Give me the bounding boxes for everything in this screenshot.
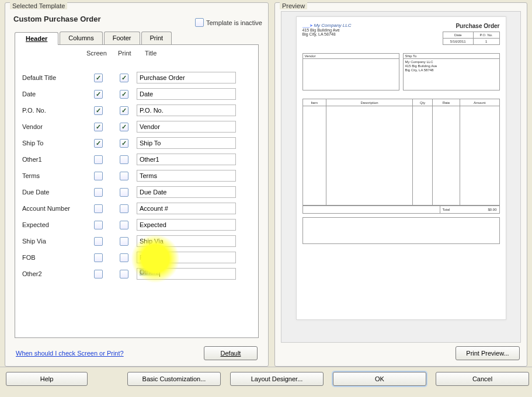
- header-row: Default Title: [22, 69, 251, 86]
- screen-checkbox[interactable]: [94, 139, 103, 148]
- print-checkbox[interactable]: [120, 204, 128, 213]
- row-label: Vendor: [22, 123, 85, 130]
- screen-checkbox[interactable]: [94, 74, 103, 82]
- preview-shipto-box: Ship To My Company LLC415 Big Building A…: [403, 53, 500, 90]
- preview-item-cell: [432, 106, 460, 206]
- row-label: Expected: [22, 221, 85, 228]
- header-row: Other1: [22, 151, 251, 168]
- layout-designer-button[interactable]: Layout Designer...: [230, 372, 324, 386]
- preview-meta-date-label: Date: [443, 32, 473, 39]
- tab-print[interactable]: Print: [141, 32, 172, 44]
- print-checkbox[interactable]: [120, 253, 128, 262]
- preview-notes-box: [302, 217, 500, 244]
- screen-checkbox[interactable]: [94, 106, 103, 115]
- preview-doc-title: Purchase Order: [443, 23, 500, 29]
- print-checkbox[interactable]: [120, 90, 128, 99]
- row-label: Terms: [22, 172, 85, 179]
- title-input[interactable]: [137, 219, 236, 231]
- screen-checkbox[interactable]: [94, 204, 103, 213]
- preview-pane: Preview ⎯⎯⎯➤ My Company LLC 415 Big Buil…: [274, 2, 527, 367]
- header-row: Ship Via: [22, 233, 251, 249]
- print-checkbox[interactable]: [120, 188, 128, 197]
- print-preview-button[interactable]: Print Preview...: [455, 346, 520, 360]
- preview-vendor-box: Vendor: [302, 53, 399, 90]
- preview-item-col: Rate: [432, 99, 460, 106]
- screen-checkbox[interactable]: [94, 123, 103, 131]
- preview-shipto-line: 415 Big Building Ave: [405, 64, 498, 68]
- preview-document: ⎯⎯⎯➤ My Company LLC 415 Big Building Ave…: [296, 16, 506, 320]
- header-row: Vendor: [22, 119, 251, 135]
- title-input[interactable]: [137, 137, 236, 149]
- title-input[interactable]: [137, 88, 236, 100]
- title-input[interactable]: [137, 121, 236, 133]
- preview-shipto-line: Big City, LA 58748: [405, 68, 498, 72]
- row-label: Account Number: [22, 205, 85, 212]
- column-header-title: Title: [145, 50, 157, 57]
- preview-total-label: Total: [443, 208, 450, 211]
- template-inactive-label: Template is inactive: [206, 19, 262, 26]
- title-input[interactable]: [137, 203, 236, 214]
- screen-checkbox[interactable]: [94, 221, 103, 229]
- template-inactive-wrap: Template is inactive: [195, 18, 262, 27]
- screen-checkbox[interactable]: [94, 237, 103, 246]
- screen-checkbox[interactable]: [94, 270, 103, 278]
- default-button[interactable]: Default: [204, 346, 258, 360]
- title-input[interactable]: [137, 235, 236, 247]
- print-checkbox[interactable]: [120, 155, 128, 164]
- title-input[interactable]: [137, 252, 236, 263]
- print-checkbox[interactable]: [120, 74, 128, 82]
- tab-body: Screen Print Title Default TitleDateP.O.…: [15, 44, 259, 338]
- preview-company-name: My Company LLC: [314, 23, 351, 28]
- help-button[interactable]: Help: [6, 372, 88, 386]
- preview-meta-table: Date P.O. No. 5/16/2011 1: [443, 32, 500, 45]
- print-checkbox[interactable]: [120, 139, 128, 148]
- print-checkbox[interactable]: [120, 221, 128, 229]
- header-row: Due Date: [22, 184, 251, 200]
- preview-area: ⎯⎯⎯➤ My Company LLC 415 Big Building Ave…: [281, 11, 521, 343]
- template-inactive-checkbox[interactable]: [195, 18, 204, 27]
- preview-item-cell: [460, 106, 499, 206]
- preview-meta-po-value: 1: [473, 39, 499, 45]
- preview-item-cell: [413, 106, 433, 206]
- header-row: Ship To: [22, 135, 251, 151]
- print-checkbox[interactable]: [120, 106, 128, 115]
- screen-checkbox[interactable]: [94, 172, 103, 180]
- row-label: Default Title: [22, 74, 85, 81]
- screen-checkbox[interactable]: [94, 155, 103, 164]
- row-label: Due Date: [22, 189, 85, 196]
- print-checkbox[interactable]: [120, 123, 128, 131]
- ok-button[interactable]: OK: [333, 372, 426, 386]
- tab-columns[interactable]: Columns: [60, 32, 102, 44]
- preview-item-cell: [326, 106, 412, 206]
- screen-checkbox[interactable]: [94, 253, 103, 262]
- header-row: P.O. No.: [22, 102, 251, 119]
- title-input[interactable]: [137, 105, 236, 116]
- title-input[interactable]: [137, 186, 236, 198]
- tab-header[interactable]: Header: [15, 32, 58, 45]
- preview-items-table: ItemDescriptionQtyRateAmount: [302, 99, 500, 206]
- row-label: Ship Via: [22, 238, 85, 245]
- title-input[interactable]: Other2: [137, 268, 236, 280]
- preview-addr1: 415 Big Building Ave: [302, 28, 352, 32]
- screen-print-help-link[interactable]: When should I check Screen or Print?: [16, 350, 124, 357]
- tab-footer[interactable]: Footer: [104, 32, 140, 44]
- title-input[interactable]: [137, 72, 236, 83]
- title-input[interactable]: [137, 170, 236, 182]
- preview-total-value: $0.00: [488, 208, 496, 211]
- preview-item-col: Amount: [460, 99, 499, 106]
- print-checkbox[interactable]: [120, 172, 128, 180]
- screen-checkbox[interactable]: [94, 188, 103, 197]
- row-label: FOB: [22, 254, 85, 261]
- header-row: Date: [22, 86, 251, 102]
- print-checkbox[interactable]: [120, 237, 128, 246]
- selected-template-pane: Selected Template Custom Purchase Order …: [5, 2, 269, 367]
- title-input[interactable]: [137, 154, 236, 165]
- header-row: Terms: [22, 168, 251, 184]
- screen-checkbox[interactable]: [94, 90, 103, 99]
- preview-item-col: Description: [326, 99, 412, 106]
- print-checkbox[interactable]: [120, 270, 128, 278]
- basic-customization-button[interactable]: Basic Customization...: [127, 372, 221, 386]
- header-row: Other2Other2: [22, 266, 251, 282]
- cancel-button[interactable]: Cancel: [436, 372, 529, 386]
- column-header-print: Print: [118, 50, 131, 57]
